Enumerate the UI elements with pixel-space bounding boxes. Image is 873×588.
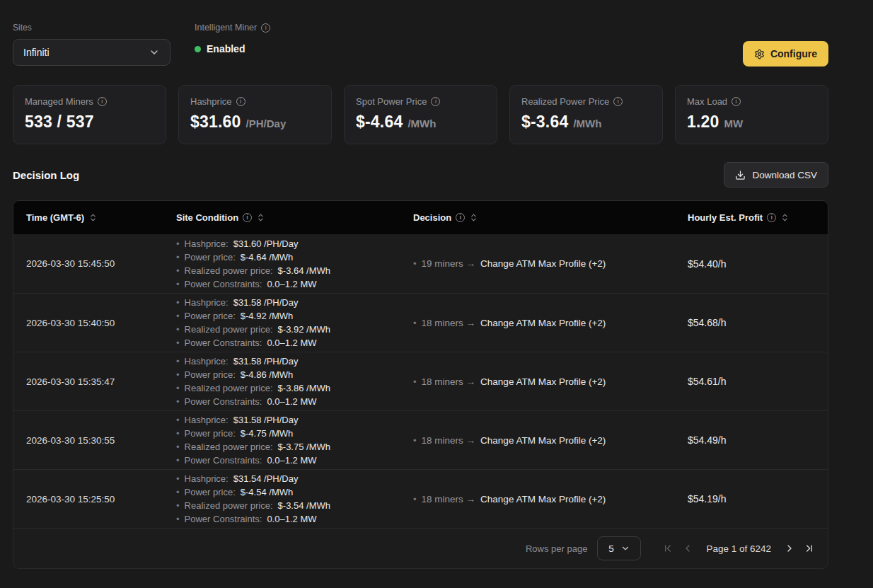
row-profit: $54.68/h bbox=[688, 317, 815, 328]
condition-label: Power Constraints: bbox=[185, 512, 262, 526]
bullet: • bbox=[176, 336, 180, 350]
condition-label: Power Constraints: bbox=[185, 277, 262, 291]
condition-value: $-4.64 /MWh bbox=[241, 250, 293, 264]
condition-value: $-3.86 /MWh bbox=[278, 381, 330, 395]
condition-label: Hashprice: bbox=[185, 472, 229, 485]
bullet: • bbox=[176, 237, 180, 250]
table-row: 2026-03-30 15:30:55 •Hashprice:$31.58 /P… bbox=[13, 410, 828, 469]
row-site-condition: •Hashprice:$31.58 /PH/Day•Power price:$-… bbox=[176, 354, 413, 408]
info-icon[interactable]: i bbox=[613, 97, 623, 106]
table-row: 2026-03-30 15:45:50 •Hashprice:$31.60 /P… bbox=[13, 234, 828, 293]
stat-card-value: $-4.64 bbox=[356, 113, 403, 132]
condition-line: •Realized power price:$-3.54 /MWh bbox=[176, 499, 413, 512]
table-column-header[interactable]: Hourly Est. Profit i bbox=[688, 212, 815, 223]
row-site-condition: •Hashprice:$31.58 /PH/Day•Power price:$-… bbox=[176, 296, 413, 350]
download-icon bbox=[735, 170, 746, 180]
table-column-header[interactable]: Site Condition i bbox=[176, 212, 413, 223]
stat-card-unit: /MWh bbox=[573, 117, 601, 129]
status-text: Enabled bbox=[207, 43, 245, 54]
stat-card-value: $-3.64 bbox=[521, 113, 568, 132]
condition-line: •Power Constraints:0.0–1.2 MW bbox=[176, 454, 413, 467]
sort-icon bbox=[469, 213, 478, 222]
configure-button[interactable]: Configure bbox=[743, 41, 828, 67]
bullet: • bbox=[176, 381, 180, 395]
page: Sites Infiniti Intelligent Miner i Enabl… bbox=[13, 0, 828, 569]
bullet: • bbox=[176, 323, 180, 336]
stat-card-unit: MW bbox=[724, 117, 744, 129]
table-header-row: Time (GMT-6) Site Condition i Decision i… bbox=[13, 201, 828, 234]
table-column-header[interactable]: Decision i bbox=[413, 212, 688, 223]
bullet: • bbox=[413, 258, 417, 269]
info-icon[interactable]: i bbox=[236, 97, 245, 106]
stat-card-label: Hashprice bbox=[190, 96, 232, 107]
condition-value: $-4.54 /MWh bbox=[241, 485, 293, 499]
column-header-label: Site Condition bbox=[176, 212, 238, 223]
page-title: Decision Log bbox=[13, 169, 79, 181]
site-selected-value: Infiniti bbox=[23, 47, 50, 58]
bullet: • bbox=[176, 427, 180, 440]
stat-card-label: Realized Power Price bbox=[521, 96, 609, 107]
row-time: 2026-03-30 15:45:50 bbox=[26, 258, 176, 269]
stat-card-value: $31.60 bbox=[190, 113, 241, 132]
column-header-label: Decision bbox=[413, 212, 451, 223]
download-csv-button[interactable]: Download CSV bbox=[724, 162, 828, 188]
condition-label: Power price: bbox=[185, 368, 236, 381]
row-profit: $54.40/h bbox=[688, 258, 815, 270]
condition-label: Power price: bbox=[185, 485, 236, 499]
intelligent-miner-label: Intelligent Miner bbox=[195, 23, 257, 33]
table-row: 2026-03-30 15:35:47 •Hashprice:$31.58 /P… bbox=[13, 352, 828, 410]
stat-card: Spot Power Price i $-4.64 /MWh bbox=[344, 85, 497, 144]
condition-label: Power Constraints: bbox=[185, 454, 262, 467]
decision-miners: 18 miners → bbox=[422, 376, 476, 387]
info-icon[interactable]: i bbox=[456, 213, 465, 222]
condition-label: Power price: bbox=[185, 250, 236, 264]
decision-action: Change ATM Max Profile (+2) bbox=[480, 435, 606, 446]
row-profit: $54.61/h bbox=[688, 376, 815, 387]
site-select[interactable]: Infiniti bbox=[13, 39, 170, 66]
last-page-icon bbox=[804, 543, 815, 554]
bullet: • bbox=[176, 368, 180, 381]
condition-label: Realized power price: bbox=[185, 499, 273, 512]
status-dot bbox=[195, 46, 201, 52]
configure-label: Configure bbox=[770, 48, 817, 59]
condition-line: •Power price:$-4.54 /MWh bbox=[176, 485, 413, 499]
next-page-button[interactable] bbox=[780, 538, 799, 558]
bullet: • bbox=[176, 485, 180, 499]
condition-value: $-3.54 /MWh bbox=[278, 499, 330, 512]
bullet: • bbox=[413, 376, 417, 387]
condition-value: 0.0–1.2 MW bbox=[267, 277, 316, 291]
intelligent-miner-group: Intelligent Miner i Enabled bbox=[195, 23, 270, 54]
first-page-button[interactable] bbox=[658, 538, 678, 558]
row-decision: • 19 miners → Change ATM Max Profile (+2… bbox=[413, 258, 688, 269]
first-page-icon bbox=[662, 543, 673, 554]
bullet: • bbox=[176, 413, 180, 427]
condition-line: •Power Constraints:0.0–1.2 MW bbox=[176, 277, 413, 291]
info-icon[interactable]: i bbox=[732, 97, 741, 106]
rows-per-page-label: Rows per page bbox=[526, 543, 587, 554]
next-page-icon bbox=[784, 543, 795, 554]
condition-value: $-4.75 /MWh bbox=[241, 427, 293, 440]
condition-line: •Realized power price:$-3.75 /MWh bbox=[176, 440, 413, 454]
condition-line: •Hashprice:$31.58 /PH/Day bbox=[176, 413, 413, 427]
info-icon[interactable]: i bbox=[261, 23, 270, 33]
row-profit: $54.19/h bbox=[688, 493, 815, 505]
prev-page-button[interactable] bbox=[678, 538, 698, 558]
bullet: • bbox=[413, 318, 417, 328]
table-column-header[interactable]: Time (GMT-6) bbox=[26, 212, 176, 223]
bullet: • bbox=[176, 250, 180, 264]
condition-value: $-3.92 /MWh bbox=[278, 323, 330, 336]
condition-value: $31.60 /PH/Day bbox=[233, 237, 299, 250]
decision-miners: 18 miners → bbox=[422, 494, 476, 505]
condition-label: Hashprice: bbox=[185, 354, 229, 368]
rows-per-page-select[interactable]: 5 bbox=[597, 536, 641, 560]
decision-action: Change ATM Max Profile (+2) bbox=[480, 318, 606, 328]
info-icon[interactable]: i bbox=[431, 97, 440, 106]
last-page-button[interactable] bbox=[799, 538, 819, 558]
condition-value: $-3.75 /MWh bbox=[278, 440, 330, 454]
info-icon[interactable]: i bbox=[243, 213, 252, 222]
sites-group: Sites Infiniti bbox=[13, 23, 170, 66]
stat-card: Max Load i 1.20 MW bbox=[675, 85, 828, 144]
info-icon[interactable]: i bbox=[767, 213, 776, 222]
bullet: • bbox=[176, 454, 180, 467]
info-icon[interactable]: i bbox=[98, 97, 107, 106]
